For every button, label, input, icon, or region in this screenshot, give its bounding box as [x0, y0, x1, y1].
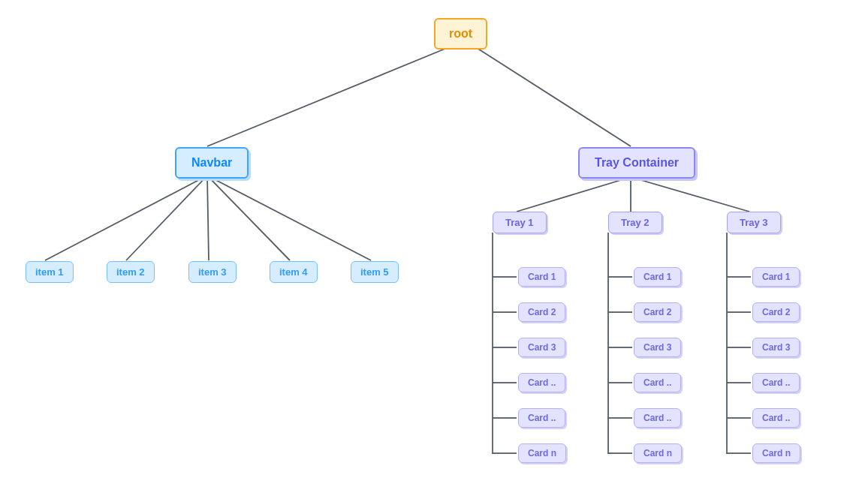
svg-line-9 — [631, 177, 749, 212]
svg-line-5 — [207, 176, 290, 260]
tray-3-card: Card 2 — [752, 302, 800, 322]
svg-line-0 — [207, 47, 451, 146]
navbar-item-4: item 4 — [270, 261, 318, 283]
tray-1-card: Card 3 — [518, 338, 565, 357]
tray-3-card: Card n — [752, 443, 800, 463]
tray-1-card: Card .. — [518, 408, 565, 428]
tray-2-card: Card 3 — [634, 338, 681, 357]
tray-2-card: Card 2 — [634, 302, 681, 322]
svg-line-1 — [475, 47, 631, 146]
diagram-edges — [0, 0, 868, 499]
tray-2-card: Card .. — [634, 373, 681, 392]
tray-2-card: Card n — [634, 443, 682, 463]
tray-1-card: Card 2 — [518, 302, 565, 322]
tray-3-card: Card .. — [752, 408, 800, 428]
tray-1-card: Card n — [518, 443, 566, 463]
navbar-node: Navbar — [175, 147, 249, 179]
tray-2-card: Card .. — [634, 408, 681, 428]
tray-2-node: Tray 2 — [608, 212, 662, 233]
tray-3-card: Card .. — [752, 373, 800, 392]
tray-1-card: Card .. — [518, 373, 565, 392]
root-node: root — [434, 18, 487, 50]
svg-line-3 — [126, 176, 207, 260]
tray-3-node: Tray 3 — [727, 212, 781, 233]
svg-line-2 — [45, 176, 207, 260]
tray-3-card: Card 1 — [752, 267, 800, 287]
tray-1-node: Tray 1 — [493, 212, 547, 233]
navbar-item-5: item 5 — [351, 261, 399, 283]
tray-3-card: Card 3 — [752, 338, 800, 357]
tray-container-node: Tray Container — [578, 147, 695, 179]
svg-line-6 — [207, 176, 371, 260]
tray-2-card: Card 1 — [634, 267, 681, 287]
svg-line-7 — [517, 177, 631, 212]
navbar-item-1: item 1 — [26, 261, 74, 283]
navbar-item-3: item 3 — [188, 261, 237, 283]
navbar-item-2: item 2 — [107, 261, 155, 283]
tray-1-card: Card 1 — [518, 267, 565, 287]
svg-line-4 — [207, 176, 209, 260]
